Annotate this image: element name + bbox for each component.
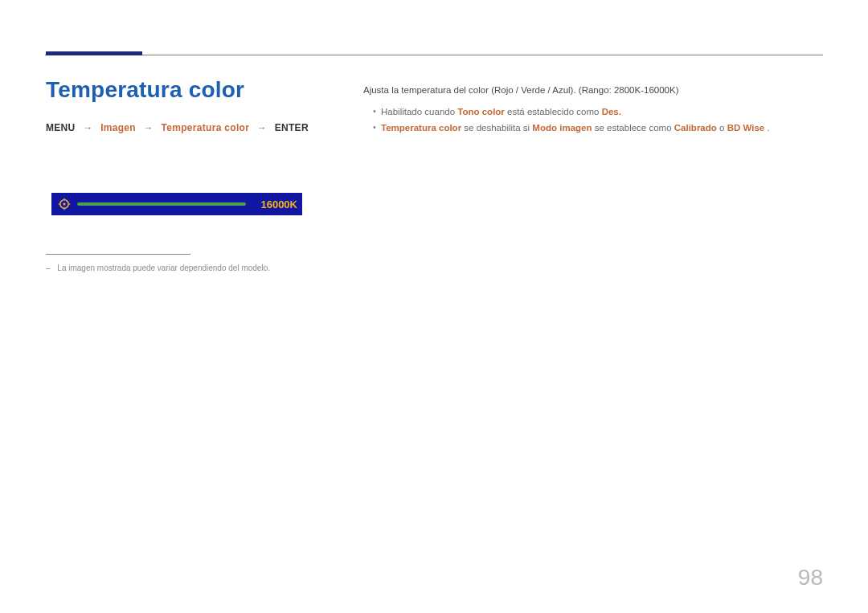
bullet-highlight: Des. — [602, 107, 621, 116]
footnote-divider — [46, 254, 190, 255]
bullet-text: se deshabilita si — [464, 123, 532, 133]
slider-value: 16000K — [254, 198, 297, 210]
color-temp-slider[interactable]: 16000K — [51, 193, 302, 215]
bullet-text: . — [767, 123, 769, 133]
bullet-text: o — [719, 123, 727, 133]
bullet-text: Habilitado cuando — [381, 107, 457, 116]
description-intro: Ajusta la temperatura del color (Rojo / … — [363, 82, 823, 99]
breadcrumb-item-temperatura-color: Temperatura color — [162, 122, 250, 133]
breadcrumb-item-imagen: Imagen — [100, 122, 136, 133]
slider-fill — [77, 202, 246, 206]
breadcrumb-menu: MENU — [46, 122, 76, 133]
footnote: – La imagen mostrada puede variar depend… — [46, 264, 270, 272]
bullet-highlight: Modo imagen — [532, 123, 592, 133]
footnote-dash-icon: – — [46, 264, 51, 272]
top-divider — [45, 55, 823, 55]
adjust-icon — [58, 198, 71, 210]
bullet-highlight: Calibrado — [674, 123, 717, 133]
bullet-text: se establece como — [595, 123, 674, 133]
bullet-text: está establecido como — [507, 107, 602, 116]
breadcrumb: MENU → Imagen → Temperatura color → ENTE… — [46, 122, 309, 133]
bullet-highlight: Tono color — [457, 107, 505, 116]
bullet-highlight: BD Wise — [727, 123, 765, 133]
description-bullet: Habilitado cuando Tono color está establ… — [373, 104, 823, 121]
footnote-text: La imagen mostrada puede variar dependie… — [57, 264, 270, 272]
section-marker — [46, 51, 142, 55]
description-bullet: Temperatura color se deshabilita si Modo… — [373, 120, 823, 137]
page-number: 98 — [798, 565, 823, 591]
bullet-highlight: Temperatura color — [381, 123, 461, 133]
breadcrumb-arrow-icon: → — [78, 122, 97, 133]
slider-track[interactable] — [77, 202, 246, 206]
description-column: Ajusta la temperatura del color (Rojo / … — [363, 82, 823, 137]
breadcrumb-arrow-icon: → — [139, 122, 158, 133]
breadcrumb-arrow-icon: → — [252, 122, 272, 133]
page-title: Temperatura color — [46, 77, 244, 103]
svg-point-1 — [63, 202, 65, 205]
breadcrumb-enter: ENTER — [275, 122, 309, 133]
